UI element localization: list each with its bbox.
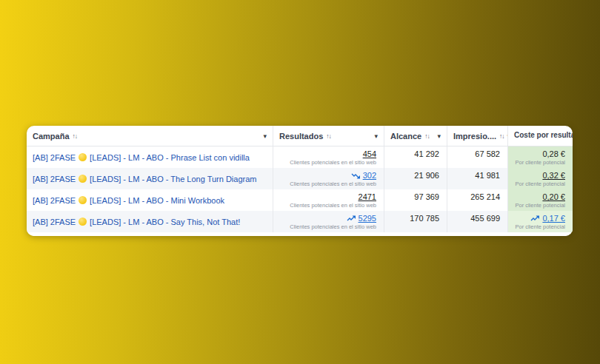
cost-note: Por cliente potencial (513, 202, 565, 209)
campaign-name-prefix: [AB] 2FASE (33, 175, 76, 183)
column-label-cost-per-result: Coste por resultado (514, 132, 573, 140)
cost-value: 0,28 € (542, 149, 565, 158)
reach-value: 170 785 (410, 214, 439, 223)
sort-icon[interactable]: ↑↓ (326, 132, 331, 140)
reach-cell: 97 369 (384, 189, 447, 211)
column-header-reach[interactable]: Alcance ↑↓ ▾ (384, 126, 447, 146)
results-note: Clientes potenciales en el sitio web (278, 181, 376, 187)
cost-per-result-cell: 0,32 € Por cliente potencial (507, 168, 573, 189)
results-value-link[interactable]: 454 (363, 149, 376, 158)
cost-note: Por cliente potencial (513, 181, 565, 187)
sort-icon[interactable]: ↑↓ (73, 132, 78, 140)
impressions-value: 455 699 (470, 214, 500, 223)
campaign-name-suffix: [LEADS] - LM - ABO - Phrase List con vid… (90, 153, 250, 162)
results-value-link[interactable]: 302 (363, 171, 376, 180)
impressions-cell: 41 981 (447, 168, 507, 189)
sort-icon[interactable]: ↑↓ (499, 132, 504, 140)
results-cell: 2471 Clientes potenciales en el sitio we… (273, 189, 384, 211)
reach-cell: 21 906 (384, 168, 447, 189)
impressions-value: 41 981 (475, 171, 500, 180)
column-label-campaign: Campaña (33, 132, 70, 141)
campaign-name-link[interactable]: [AB] 2FASE [LEADS] - LM - ABO - Mini Wor… (27, 189, 273, 211)
yellow-circle-emoji (79, 153, 87, 161)
reach-value: 21 906 (414, 171, 439, 180)
results-cell: 5295 Clientes potenciales en el sitio we… (273, 211, 384, 232)
column-header-cost-per-result[interactable]: Coste por resultado ↑↓ ▾ (507, 126, 573, 146)
cost-note: Por cliente potencial (513, 223, 565, 230)
sort-icon[interactable]: ↑↓ (424, 132, 430, 140)
results-cell: 454 Clientes potenciales en el sitio web (273, 146, 384, 168)
results-note: Clientes potenciales en el sitio web (278, 202, 376, 209)
campaign-table: Campaña ↑↓ ▾ Resultados ↑↓ ▾ Alcance ↑↓ … (27, 126, 573, 236)
campaign-name-link[interactable]: [AB] 2FASE [LEADS] - LM - ABO - The Long… (27, 168, 273, 189)
cost-value-link[interactable]: 0,32 € (542, 171, 565, 180)
trend-up-icon (347, 215, 356, 222)
column-header-campaign[interactable]: Campaña ↑↓ ▾ (27, 126, 273, 146)
reach-cell: 41 292 (384, 146, 447, 168)
impressions-value: 67 582 (475, 149, 500, 158)
column-header-results[interactable]: Resultados ↑↓ ▾ (273, 126, 384, 146)
table-row: [AB] 2FASE [LEADS] - LM - ABO - Mini Wor… (27, 189, 573, 211)
campaign-name-prefix: [AB] 2FASE (33, 196, 76, 205)
reach-cell: 170 785 (384, 211, 447, 232)
table-row: [AB] 2FASE [LEADS] - LM - ABO - Phrase L… (27, 146, 573, 168)
campaign-name-suffix: [LEADS] - LM - ABO - The Long Turn Diagr… (90, 175, 256, 183)
results-note: Clientes potenciales en el sitio web (278, 223, 376, 230)
campaign-name-link[interactable]: [AB] 2FASE [LEADS] - LM - ABO - Phrase L… (27, 146, 273, 168)
table-row: [AB] 2FASE [LEADS] - LM - ABO - The Long… (27, 168, 573, 189)
reach-value: 97 369 (414, 192, 439, 201)
column-label-impressions: Impresio.... (453, 132, 496, 141)
impressions-cell: 455 699 (447, 211, 507, 232)
campaign-name-suffix: [LEADS] - LM - ABO - Say This, Not That! (90, 218, 240, 226)
trend-up-icon (530, 215, 540, 222)
table-header-row: Campaña ↑↓ ▾ Resultados ↑↓ ▾ Alcance ↑↓ … (27, 126, 573, 146)
campaign-name-prefix: [AB] 2FASE (33, 153, 76, 162)
campaign-name-link[interactable]: [AB] 2FASE [LEADS] - LM - ABO - Say This… (27, 211, 273, 232)
campaign-name-prefix: [AB] 2FASE (33, 218, 76, 226)
cost-value-link[interactable]: 0,17 € (542, 214, 565, 223)
impressions-cell: 67 582 (447, 146, 507, 168)
reach-value: 41 292 (414, 149, 439, 158)
yellow-circle-emoji (79, 175, 87, 183)
cost-note: Por cliente potencial (513, 159, 565, 166)
campaign-name-suffix: [LEADS] - LM - ABO - Mini Workbook (90, 196, 224, 205)
chevron-down-icon[interactable]: ▾ (437, 132, 441, 140)
cost-value-link[interactable]: 0,20 € (542, 192, 565, 201)
cost-per-result-cell: 0,17 € Por cliente potencial (507, 211, 573, 232)
results-value-link[interactable]: 2471 (359, 192, 376, 201)
chevron-down-icon[interactable]: ▾ (263, 132, 267, 140)
column-label-reach: Alcance (390, 132, 421, 141)
column-header-impressions[interactable]: Impresio.... ↑↓ ▾ (447, 126, 507, 146)
table-row: [AB] 2FASE [LEADS] - LM - ABO - Say This… (27, 211, 573, 232)
results-cell: 302 Clientes potenciales en el sitio web (273, 168, 384, 189)
results-value-link[interactable]: 5295 (359, 214, 376, 223)
cost-per-result-cell: 0,20 € Por cliente potencial (507, 189, 573, 211)
cost-per-result-cell: 0,28 € Por cliente potencial (507, 146, 573, 168)
table-bottom-padding (27, 232, 573, 236)
impressions-cell: 265 214 (447, 189, 507, 211)
results-note: Clientes potenciales en el sitio web (278, 159, 376, 166)
yellow-circle-emoji (79, 218, 87, 226)
trend-down-icon (351, 172, 361, 179)
column-label-results: Resultados (279, 132, 323, 141)
yellow-circle-emoji (79, 196, 87, 204)
chevron-down-icon[interactable]: ▾ (374, 132, 378, 140)
impressions-value: 265 214 (470, 192, 500, 201)
